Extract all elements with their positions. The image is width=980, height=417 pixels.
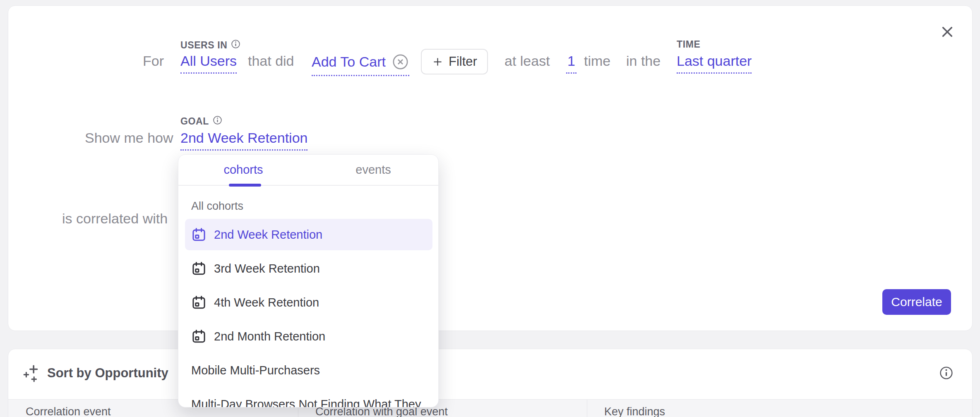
close-button[interactable]: [939, 24, 955, 40]
calendar-icon: [191, 261, 207, 276]
calendar-icon: [191, 227, 207, 242]
results-card: Sort by Opportunity Correlation event Co…: [8, 349, 973, 417]
list-item-label: Mobile Multi-Purchasers: [191, 364, 320, 377]
in-the-word: in the: [626, 53, 661, 69]
close-icon: [939, 34, 955, 41]
times-count-field[interactable]: 1: [566, 53, 576, 74]
calendar-icon: [191, 329, 207, 344]
column-divider: [587, 400, 587, 417]
list-item-3rd-week-retention[interactable]: 3rd Week Retention: [185, 253, 432, 284]
correlate-button-label: Correlate: [891, 295, 942, 309]
results-table-header: Correlation event Correlation with goal …: [8, 399, 972, 417]
dropdown-tabs: cohorts events: [178, 155, 438, 186]
remove-event-icon[interactable]: [392, 53, 409, 71]
list-item-mobile-multi-purchasers[interactable]: Mobile Multi-Purchasers: [185, 355, 432, 386]
list-item-label: Multi-Day Browsers Not Finding What They: [191, 398, 421, 408]
plus-icon: [432, 56, 444, 68]
cohort-picker-dropdown: cohorts events All cohorts 2nd Week Rete…: [178, 154, 439, 407]
for-word: For: [143, 53, 164, 69]
list-item-label: 3rd Week Retention: [214, 262, 320, 276]
event-selector-value: Add To Cart: [312, 54, 386, 70]
info-icon: [939, 375, 954, 382]
time-word: time: [584, 53, 610, 69]
that-did-word: that did: [248, 53, 294, 69]
at-least-word: at least: [504, 53, 550, 69]
users-in-label: USERS IN: [180, 39, 241, 52]
list-item-2nd-week-retention[interactable]: 2nd Week Retention: [185, 219, 432, 250]
dropdown-section-label: All cohorts: [191, 200, 243, 213]
sort-by-opportunity-label: Sort by Opportunity: [47, 366, 168, 381]
tab-cohorts[interactable]: cohorts: [178, 155, 308, 185]
calendar-icon: [191, 295, 207, 310]
list-item-label: 2nd Month Retention: [214, 330, 325, 343]
list-item-4th-week-retention[interactable]: 4th Week Retention: [185, 287, 432, 318]
tab-events[interactable]: events: [308, 155, 438, 185]
correlation-query-card: USERS IN TIME For All Users that did Add…: [8, 5, 973, 331]
add-filter-button-label: Filter: [449, 54, 477, 69]
info-icon[interactable]: [212, 115, 223, 128]
goal-selector[interactable]: 2nd Week Retention: [180, 130, 307, 151]
goal-label: GOAL: [180, 115, 223, 128]
list-item-label: 4th Week Retention: [214, 296, 319, 309]
add-filter-button[interactable]: Filter: [421, 49, 488, 74]
column-header-correlation-event: Correlation event: [26, 405, 111, 417]
event-selector[interactable]: Add To Cart: [312, 53, 409, 76]
time-range-selector[interactable]: Last quarter: [677, 53, 752, 74]
time-label: TIME: [677, 39, 700, 50]
sparkle-plus-icon: [22, 364, 41, 383]
users-in-label-text: USERS IN: [180, 40, 227, 51]
is-correlated-with-word: is correlated with: [62, 211, 168, 227]
correlate-button[interactable]: Correlate: [882, 289, 951, 315]
list-item-label: 2nd Week Retention: [214, 228, 322, 242]
list-item-multi-day-browsers[interactable]: Multi-Day Browsers Not Finding What They: [185, 388, 432, 407]
time-label-text: TIME: [677, 39, 700, 50]
active-tab-underline: [229, 184, 261, 187]
goal-label-text: GOAL: [180, 116, 209, 127]
show-me-how-word: Show me how: [85, 130, 173, 146]
cohort-selector[interactable]: All Users: [180, 53, 237, 74]
list-item-2nd-month-retention[interactable]: 2nd Month Retention: [185, 321, 432, 352]
info-icon[interactable]: [231, 39, 241, 52]
sort-by-opportunity-button[interactable]: Sort by Opportunity: [22, 364, 168, 383]
column-header-key-findings: Key findings: [604, 405, 665, 417]
results-info-button[interactable]: [939, 365, 954, 381]
